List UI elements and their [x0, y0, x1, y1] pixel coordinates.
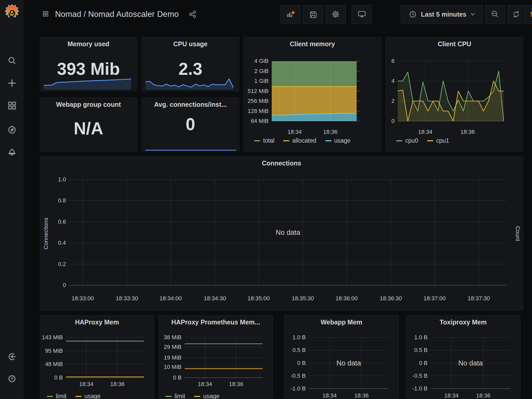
stat-value: N/A [40, 118, 137, 138]
panel-haproxy-prometheus-mem[interactable]: HAProxy Prometheus Mem... 38 MiB29 MiB19… [158, 315, 273, 399]
panel-memory-used[interactable]: Memory used 393 Mib [40, 37, 137, 91]
save-dashboard-button[interactable] [303, 5, 323, 24]
x-tick-label: 18:34:30 [193, 295, 237, 302]
legend-label: cpu1 [436, 137, 449, 144]
legend-item-cpu0[interactable]: cpu0 [396, 137, 418, 144]
y-tick-label: 2 GiB [244, 68, 269, 75]
refresh-interval-picker[interactable]: 5s [526, 5, 532, 23]
x-tick-label: 18:37:00 [413, 295, 457, 302]
legend-item-total[interactable]: total [254, 137, 274, 144]
time-range-picker[interactable]: Last 5 minutes [401, 5, 483, 24]
y-tick-label: 256 MiB [244, 97, 269, 105]
grafana-logo-icon[interactable] [5, 4, 19, 18]
legend: totalallocatedusage [254, 137, 350, 144]
legend-color-dash [47, 396, 53, 397]
x-tick-label: 18:36 [340, 392, 384, 399]
no-data-text: No data [276, 228, 300, 236]
y-tick-label: 143 MiB [40, 334, 63, 341]
x-tick-label: 18:37:30 [457, 295, 501, 302]
legend-color-dash [194, 396, 200, 397]
y-tick-label: 48 MiB [40, 361, 63, 368]
y-tick-label: 0.5 B [284, 347, 306, 354]
y-tick-label: 4 [386, 77, 395, 85]
legend-color-dash [254, 140, 260, 141]
legend-label: limit [175, 393, 185, 399]
sign-out-icon[interactable] [6, 351, 18, 362]
cpu_usage-sparkline-svg [142, 37, 239, 91]
y-tick-label: 19 MiB [159, 354, 182, 361]
y-tick-label: 0 B [284, 360, 306, 367]
client-cpu-chart[interactable]: 642018:3418:36cpu0cpu1 [386, 37, 523, 151]
y-tick-label: 1 GiB [244, 77, 269, 85]
share-icon[interactable] [188, 10, 197, 19]
avg_connections-sparkline-svg [142, 98, 239, 151]
legend-color-dash [165, 396, 172, 397]
legend: limitusage [47, 393, 101, 399]
dashboards-icon[interactable] [6, 100, 18, 111]
kiosk-tv-icon[interactable] [352, 5, 372, 24]
haproxy-prometheus-mem-chart[interactable]: 38 MiB29 MiB19 MiB10 MiB0 B18:3418:36lim… [159, 315, 273, 399]
panel-avg-connections[interactable]: Avg. connections/inst... 0 [142, 97, 239, 151]
x-tick-label: 18:33:30 [105, 295, 149, 302]
sparkline [142, 98, 239, 151]
panel-webapp-mem[interactable]: Webapp Mem 1.0 B0.5 B0 B-0.5 B-1.0 B18:3… [284, 315, 399, 399]
panel-connections[interactable]: Connections Connections Count 1.00.80.60… [40, 156, 523, 311]
legend-item-allocated[interactable]: allocated [283, 137, 316, 144]
y-tick-label: 2 [386, 97, 395, 105]
panel-toxiproxy-mem[interactable]: Toxiproxy Mem 1.0 B0.5 B0 B-0.5 B-1.0 B1… [406, 315, 521, 399]
haproxy-mem-chart[interactable]: 143 MiB95 MiB48 MiB0 B18:3418:36limitusa… [40, 315, 154, 399]
legend-item-usage[interactable]: usage [75, 393, 101, 399]
explore-compass-icon[interactable] [6, 124, 18, 136]
search-icon[interactable] [6, 55, 18, 66]
help-icon[interactable]: ? [6, 373, 18, 384]
y-tick-label: 1.0 [40, 176, 66, 183]
legend-color-dash [396, 140, 402, 141]
panel-webapp-group-count[interactable]: Webapp group count N/A [40, 97, 137, 151]
refresh-interval-label: 5s [530, 11, 532, 18]
y-tick-label: -1.0 B [406, 385, 428, 392]
memory_used-sparkline-svg [40, 37, 137, 91]
add-icon[interactable] [6, 77, 18, 89]
panel-title[interactable]: Webapp group count [40, 101, 137, 108]
y-tick-label: 0 B [159, 374, 182, 381]
panel-cpu-usage[interactable]: CPU usage 2.3 [142, 37, 239, 91]
apps-grid-icon [42, 10, 49, 19]
settings-gear-icon[interactable] [325, 5, 346, 24]
x-tick-label: 18:36:30 [369, 295, 413, 302]
legend-item-limit[interactable]: limit [165, 393, 185, 399]
add-panel-button[interactable] [280, 5, 301, 24]
y-tick-label: 0.8 [40, 197, 66, 204]
sparkline [142, 37, 239, 91]
y-tick-label: 10 MiB [159, 363, 182, 371]
y-tick-label: 512 MiB [244, 88, 269, 95]
legend-item-usage[interactable]: usage [325, 137, 351, 144]
alerting-bell-icon[interactable] [6, 146, 18, 157]
x-tick-label: 18:36 [214, 381, 258, 388]
legend-color-dash [283, 140, 289, 141]
sparkline [40, 37, 137, 91]
y-tick-label: -1.0 B [284, 385, 306, 392]
toxiproxy-mem-chart[interactable]: 1.0 B0.5 B0 B-0.5 B-1.0 B18:3418:36No da… [406, 315, 520, 399]
connections-chart[interactable]: 1.00.80.60.40.2018:33:0018:33:3018:34:00… [40, 156, 523, 310]
y-tick-label: 64 MiB [244, 117, 269, 125]
legend-label: usage [203, 393, 220, 399]
refresh-button[interactable] [507, 5, 526, 23]
legend-color-dash [75, 396, 82, 397]
legend-item-limit[interactable]: limit [47, 393, 66, 399]
panel-haproxy-mem[interactable]: HAProxy Mem 143 MiB95 MiB48 MiB0 B18:341… [40, 315, 154, 399]
y-tick-label: 4 GiB [244, 57, 269, 65]
page-title[interactable]: Nomad / Nomad Autoscaler Demo [55, 10, 179, 19]
panel-client-cpu[interactable]: Client CPU 642018:3418:36cpu0cpu1 [385, 37, 523, 151]
y-tick-label: 0 B [40, 374, 63, 381]
x-tick-label: 18:35:00 [237, 295, 281, 302]
legend-item-usage[interactable]: usage [194, 393, 220, 399]
legend-label: limit [56, 393, 66, 399]
client-memory-chart[interactable]: 4 GiB2 GiB1 GiB512 MiB256 MiB128 MiB64 M… [244, 37, 381, 151]
legend-item-cpu1[interactable]: cpu1 [427, 137, 449, 144]
webapp-mem-chart[interactable]: 1.0 B0.5 B0 B-0.5 B-1.0 B18:3418:36No da… [284, 315, 399, 399]
time-range-label: Last 5 minutes [421, 11, 466, 18]
zoom-out-button[interactable] [485, 5, 505, 24]
x-tick-label: 18:33:00 [61, 295, 105, 302]
panel-client-memory[interactable]: Client memory 4 GiB2 GiB1 GiB512 MiB256 … [243, 37, 381, 151]
y-tick-label: 0 B [406, 360, 428, 367]
